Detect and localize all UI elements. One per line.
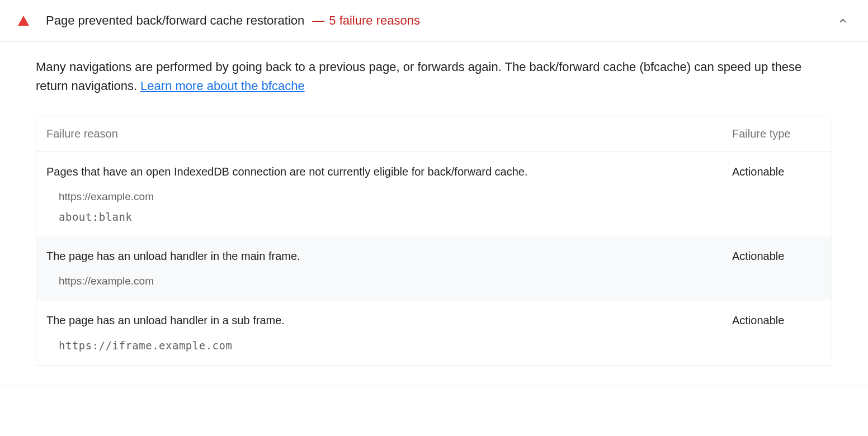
row-reason: The page has an unload handler in the ma… <box>46 250 732 263</box>
row-url: about:blank <box>59 211 822 223</box>
row-type: Actionable <box>732 250 822 263</box>
table-row: The page has an unload handler in a sub … <box>36 301 832 365</box>
row-reason: The page has an unload handler in a sub … <box>46 314 732 327</box>
audit-body: Many navigations are performed by going … <box>0 42 868 377</box>
col-header-type: Failure type <box>732 127 822 140</box>
row-type: Actionable <box>732 314 822 327</box>
table-row: The page has an unload handler in the ma… <box>36 236 832 301</box>
row-urls: https://iframe.example.com <box>46 339 822 352</box>
summary-dash: — <box>312 13 324 27</box>
learn-more-link[interactable]: Learn more about the bfcache <box>140 79 305 93</box>
audit-header[interactable]: Page prevented back/forward cache restor… <box>0 0 868 42</box>
row-url: https://example.com <box>59 275 822 287</box>
summary-text: 5 failure reasons <box>329 13 420 27</box>
audit-title: Page prevented back/forward cache restor… <box>46 13 304 28</box>
warning-triangle-icon <box>18 16 29 26</box>
row-urls: https://example.comabout:blank <box>46 191 822 223</box>
audit-description: Many navigations are performed by going … <box>36 58 832 96</box>
row-reason: Pages that have an open IndexedDB connec… <box>46 165 732 178</box>
table-header-row: Failure reason Failure type <box>36 116 832 152</box>
col-header-reason: Failure reason <box>46 127 732 140</box>
audit-summary: —5 failure reasons <box>312 13 420 28</box>
table-row: Pages that have an open IndexedDB connec… <box>36 152 832 236</box>
bottom-divider <box>0 386 868 386</box>
row-type: Actionable <box>732 165 822 178</box>
row-urls: https://example.com <box>46 275 822 287</box>
chevron-up-icon[interactable] <box>838 16 848 26</box>
row-url: https://iframe.example.com <box>59 339 822 352</box>
row-url: https://example.com <box>59 191 822 203</box>
failure-table: Failure reason Failure type Pages that h… <box>36 116 832 366</box>
audit-panel: Page prevented back/forward cache restor… <box>0 0 868 386</box>
